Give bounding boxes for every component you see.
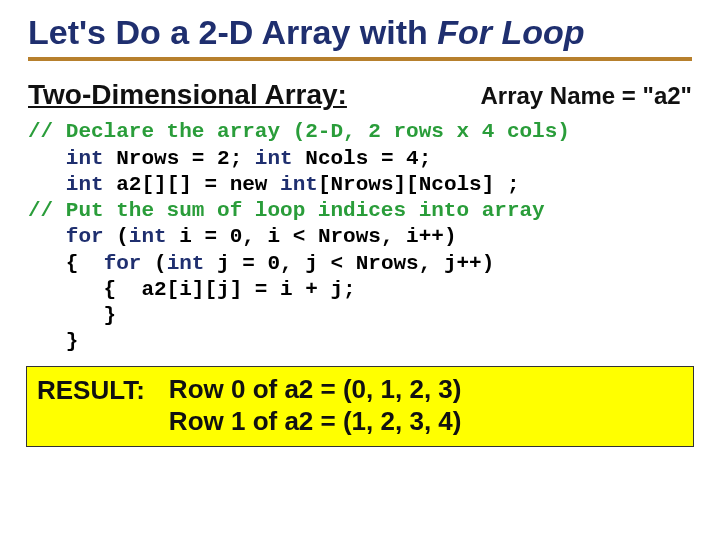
kw-for: for	[104, 252, 142, 275]
kw-for: for	[28, 225, 104, 248]
code-text: (	[104, 225, 129, 248]
result-row-1: Row 1 of a2 = (1, 2, 3, 4)	[169, 405, 462, 438]
code-text: a2[][] = new	[104, 173, 280, 196]
section-subhead: Two-Dimensional Array:	[28, 79, 347, 111]
code-text: (	[141, 252, 166, 275]
code-block: // Declare the array (2-D, 2 rows x 4 co…	[28, 119, 692, 355]
subheading-row: Two-Dimensional Array: Array Name = "a2"	[28, 79, 692, 111]
kw-int: int	[255, 147, 293, 170]
code-text: [Nrows][Ncols] ;	[318, 173, 520, 196]
code-text: Ncols = 4;	[293, 147, 432, 170]
code-text: j = 0, j < Nrows, j++)	[204, 252, 494, 275]
code-comment-2: // Put the sum of loop indices into arra…	[28, 199, 545, 222]
result-box: RESULT: Row 0 of a2 = (0, 1, 2, 3) Row 1…	[26, 366, 694, 447]
result-row-0: Row 0 of a2 = (0, 1, 2, 3)	[169, 373, 462, 406]
title-prefix: Let's Do a 2-D Array with	[28, 13, 437, 51]
kw-int: int	[280, 173, 318, 196]
kw-int: int	[28, 173, 104, 196]
title-rule	[28, 57, 692, 61]
array-name-label: Array Name = "a2"	[480, 82, 692, 110]
code-text: {	[28, 252, 104, 275]
code-text: }	[28, 330, 78, 353]
title-italic: For Loop	[437, 13, 584, 51]
code-text: { a2[i][j] = i + j;	[28, 278, 356, 301]
code-text: Nrows = 2;	[104, 147, 255, 170]
code-text: i = 0, i < Nrows, i++)	[167, 225, 457, 248]
result-rows: Row 0 of a2 = (0, 1, 2, 3) Row 1 of a2 =…	[169, 373, 462, 438]
kw-int: int	[129, 225, 167, 248]
result-label: RESULT:	[37, 373, 145, 406]
kw-int: int	[167, 252, 205, 275]
code-text: }	[28, 304, 116, 327]
code-comment-1: // Declare the array (2-D, 2 rows x 4 co…	[28, 120, 570, 143]
slide: Let's Do a 2-D Array with For Loop Two-D…	[0, 0, 720, 447]
slide-title: Let's Do a 2-D Array with For Loop	[28, 14, 692, 51]
kw-int: int	[28, 147, 104, 170]
